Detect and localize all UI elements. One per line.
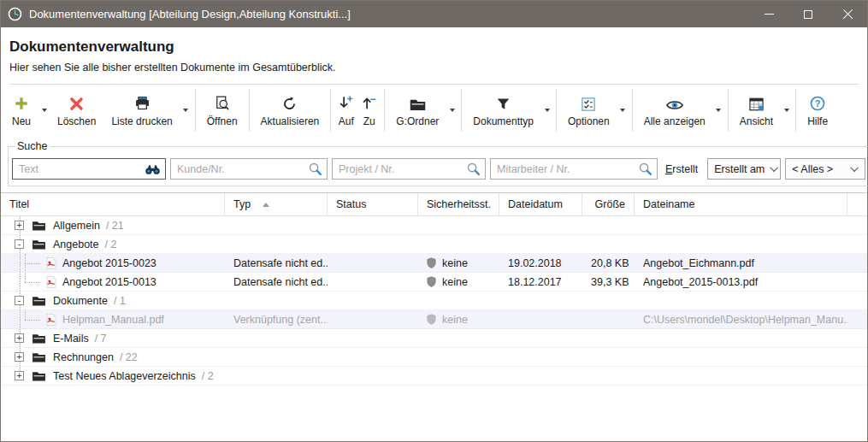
erstellt-range-value: < Alles > — [792, 163, 833, 175]
toolbar: Neu Löschen Liste drucken Öffnen — [1, 85, 867, 136]
kunde-search-input[interactable] — [177, 163, 304, 175]
close-icon — [842, 9, 853, 20]
app-clock-icon — [8, 7, 22, 21]
mitarbeiter-search-input[interactable] — [497, 163, 635, 175]
toolbar-separator — [795, 89, 796, 132]
expand-plus-icon[interactable]: + — [15, 333, 24, 343]
toolbar-separator — [461, 89, 462, 132]
search-group-label: Suche — [15, 140, 50, 152]
table-header-row: Titel Typ Status Sicherheitsst. Dateidat… — [1, 193, 867, 216]
table-row-document[interactable]: Angebot 2015-0023 Datensafe nicht ed... … — [1, 254, 867, 273]
auf-button[interactable]: Auf — [334, 85, 357, 136]
ansicht-button[interactable]: Ansicht — [732, 85, 781, 136]
search-groupbox: Suche — [8, 140, 868, 186]
page-header: Dokumentenverwaltung Hier sehen Sie alle… — [1, 27, 867, 85]
magnifier-icon — [638, 162, 652, 176]
optionen-dropdown-arrow[interactable] — [617, 85, 629, 136]
ansicht-dropdown-arrow[interactable] — [781, 85, 792, 136]
toolbar-separator — [728, 89, 729, 132]
column-header-dateidatum[interactable]: Dateidatum — [499, 193, 582, 215]
folder-icon — [32, 333, 46, 344]
shield-icon — [427, 314, 436, 325]
filter-icon — [495, 93, 511, 112]
minimize-icon — [765, 14, 774, 15]
expand-plus-icon[interactable]: + — [15, 371, 24, 380]
projekt-search-input[interactable] — [339, 163, 463, 175]
arrow-down-plus-icon — [338, 93, 354, 112]
dokumenttyp-dropdown-arrow[interactable] — [541, 85, 552, 136]
close-button[interactable] — [828, 1, 867, 27]
expand-plus-icon[interactable]: + — [15, 221, 24, 230]
delete-x-icon — [68, 93, 85, 112]
column-header-typ[interactable]: Typ — [225, 193, 328, 215]
hilfe-button[interactable]: ? Hilfe — [800, 85, 836, 136]
collapse-minus-icon[interactable]: - — [15, 296, 24, 305]
alle-anzeigen-button[interactable]: Alle anzeigen — [636, 85, 713, 136]
table-row-document[interactable]: Helpman_Manual.pdf Verknüpfung (zent... … — [1, 310, 867, 329]
column-header-filler — [847, 193, 867, 215]
table-row-document[interactable]: Angebot 2015-0013 Datensafe nicht ed... … — [1, 273, 867, 292]
app-window: Dokumentenverwaltung [Abteilung Design,A… — [0, 0, 868, 442]
toolbar-separator — [330, 89, 331, 132]
table-rows: + Allgemein / 21 - Angebote / 2 — [1, 216, 867, 386]
projekt-search-field[interactable] — [332, 158, 486, 180]
zu-button[interactable]: Zu — [357, 85, 381, 136]
maximize-button[interactable] — [788, 1, 828, 27]
maximize-icon — [804, 10, 812, 19]
kunde-search-field[interactable] — [170, 158, 328, 180]
column-header-status[interactable]: Status — [328, 193, 418, 215]
optionen-button[interactable]: Optionen — [560, 85, 617, 136]
pdf-file-icon — [46, 314, 56, 326]
table-row-folder-allgemein[interactable]: + Allgemein / 21 — [1, 216, 867, 235]
grid-view-icon — [748, 93, 765, 112]
chevron-down-icon — [770, 163, 778, 172]
text-search-input[interactable] — [19, 163, 141, 175]
neu-button[interactable]: Neu — [4, 85, 38, 136]
dokumenttyp-button[interactable]: Dokumenttyp — [465, 85, 541, 136]
magnifier-icon — [466, 162, 481, 176]
document-table: Titel Typ Status Sicherheitsst. Dateidat… — [1, 192, 867, 441]
window-title: Dokumentenverwaltung [Abteilung Design,A… — [29, 8, 749, 21]
shield-icon — [427, 276, 436, 287]
table-row-folder-dokumente[interactable]: - Dokumente / 1 — [1, 292, 867, 310]
neu-dropdown-arrow[interactable] — [38, 85, 50, 136]
refresh-icon — [281, 93, 298, 112]
pdf-file-icon — [46, 276, 56, 288]
column-header-dateiname[interactable]: Dateiname — [635, 193, 847, 215]
column-header-sicherheitsst[interactable]: Sicherheitsst. — [418, 193, 499, 215]
document-search-icon — [214, 93, 231, 112]
mitarbeiter-search-field[interactable] — [490, 158, 658, 180]
loeschen-button[interactable]: Löschen — [50, 85, 103, 136]
chevron-down-icon — [850, 163, 859, 172]
page-subtitle: Hier sehen Sie alle bisher erstellten Do… — [9, 62, 859, 85]
erstellt-mode-value: Erstellt am — [714, 163, 765, 175]
expand-plus-icon[interactable]: + — [15, 352, 24, 362]
minimize-button[interactable] — [749, 1, 788, 27]
column-header-groesse[interactable]: Größe — [582, 193, 635, 215]
erstellt-mode-dropdown[interactable]: Erstellt am — [707, 158, 781, 180]
liste-drucken-button[interactable]: Liste drucken — [103, 85, 180, 136]
table-row-folder-angebote[interactable]: - Angebote / 2 — [1, 235, 867, 254]
table-row-folder-test-neues-ablageverzeichnis[interactable]: + Test Neues Ablageverzeichnis / 2 — [1, 367, 867, 386]
pdf-file-icon — [46, 257, 56, 269]
aktualisieren-button[interactable]: Aktualisieren — [253, 85, 328, 136]
gordner-button[interactable]: G:Ordner — [388, 85, 446, 136]
toolbar-separator — [249, 89, 250, 132]
text-search-field[interactable] — [12, 158, 166, 180]
eye-icon — [665, 93, 684, 112]
alle-anzeigen-dropdown-arrow[interactable] — [713, 85, 724, 136]
table-row-folder-emails[interactable]: + E-Mails / 7 — [1, 329, 867, 348]
title-bar: Dokumentenverwaltung [Abteilung Design,A… — [1, 1, 867, 27]
erstellt-range-dropdown[interactable]: < Alles > — [785, 158, 865, 180]
gordner-dropdown-arrow[interactable] — [446, 85, 458, 136]
liste-drucken-dropdown-arrow[interactable] — [180, 85, 192, 136]
oeffnen-button[interactable]: Öffnen — [199, 85, 245, 136]
toolbar-separator — [556, 89, 557, 132]
collapse-minus-icon[interactable]: - — [15, 239, 24, 249]
table-row-folder-rechnungen[interactable]: + Rechnungen / 22 — [1, 348, 867, 367]
toolbar-separator — [195, 89, 196, 132]
toolbar-separator — [632, 89, 633, 132]
search-area: Suche — [1, 136, 867, 192]
column-header-titel[interactable]: Titel — [1, 193, 225, 215]
shield-icon — [427, 257, 436, 268]
